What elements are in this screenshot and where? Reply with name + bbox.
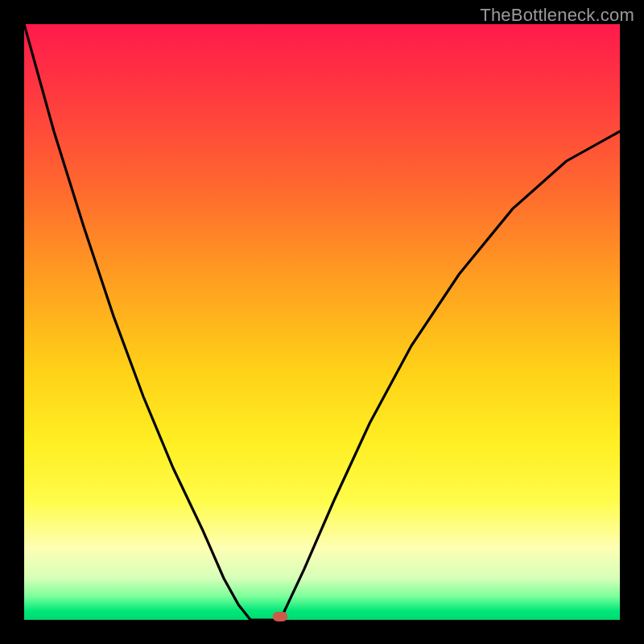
chart-frame: TheBottleneck.com — [0, 0, 644, 644]
bottleneck-curve — [24, 24, 620, 620]
optimal-point-marker — [273, 612, 287, 621]
curve-path — [24, 24, 620, 620]
watermark-text: TheBottleneck.com — [480, 5, 634, 26]
plot-area — [24, 24, 620, 620]
